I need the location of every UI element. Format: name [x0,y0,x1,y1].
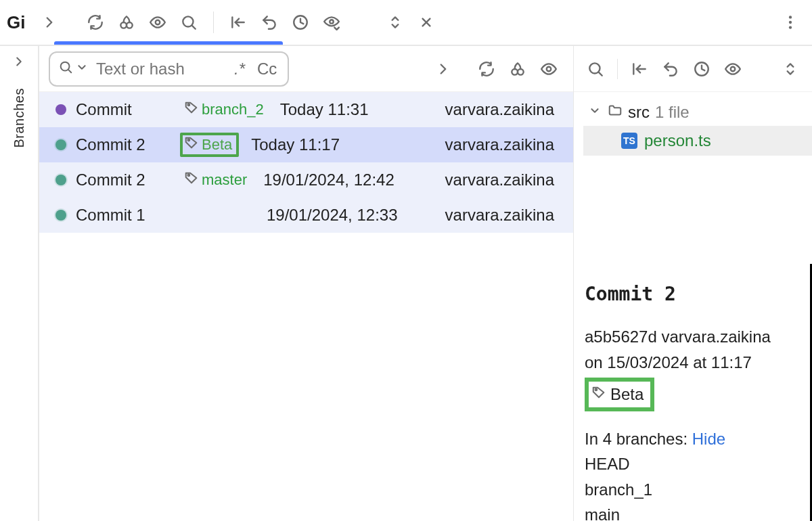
close-icon[interactable] [411,7,441,37]
checkout-icon[interactable] [223,7,253,37]
commit-author: varvara.zaikina [445,171,554,189]
file-count: 1 file [655,103,690,122]
top-toolbar: Gi [0,0,812,46]
search-icon[interactable] [581,54,610,84]
svg-point-20 [188,139,190,141]
commit-author: varvara.zaikina [445,206,554,225]
eye-icon[interactable] [718,54,748,84]
tag-icon [184,171,199,189]
cherry-pick-icon[interactable] [112,7,141,37]
search-input-container[interactable]: .* Cc [49,51,289,87]
commit-detail: Commit 2 a5b5627d varvara.zaikina on 15/… [574,264,812,521]
svg-point-0 [121,22,127,28]
commit-date: on 15/03/2024 at 11:17 [585,350,799,376]
toolbar-separator [617,59,618,79]
match-case-toggle[interactable]: Cc [254,60,279,78]
svg-point-19 [188,104,190,106]
graph-dot [55,104,66,115]
commit-date: 19/01/2024, 12:42 [263,171,394,189]
folder-row[interactable]: src 1 file [583,99,812,126]
svg-point-13 [789,26,792,28]
commit-row[interactable]: Commit 119/01/2024, 12:33varvara.zaikina [39,198,573,233]
refresh-icon[interactable] [472,54,501,84]
commit-date: Today 11:31 [280,100,369,119]
svg-line-23 [599,72,602,75]
cherry-pick-icon[interactable] [503,54,533,84]
branches-list: HEADbranch_1mainbranch_2 [585,451,799,521]
folder-icon [608,103,623,122]
svg-point-8 [330,20,334,23]
ts-file-icon: TS [621,133,637,149]
commit-tag[interactable]: Beta [585,378,654,411]
commit-log-panel: .* Cc Commitbranch_2Today 11:31varvara.z… [39,46,574,521]
branch-tag-chip[interactable]: branch_2 [180,100,268,119]
svg-point-1 [127,22,133,28]
undo-icon[interactable] [254,7,284,37]
eye-icon[interactable] [534,54,564,84]
svg-point-28 [595,388,597,390]
search-icon[interactable] [174,7,204,37]
tag-icon [184,135,199,154]
chevron-right-icon[interactable] [12,54,26,73]
commit-title: Commit 2 [585,283,799,305]
file-row[interactable]: TS person.ts [583,126,812,156]
expand-collapse-icon[interactable] [775,54,805,84]
branch-tag-chip[interactable]: master [180,171,251,189]
eye-dropdown-icon[interactable] [317,7,346,37]
chevron-right-icon[interactable] [428,54,458,84]
commit-row[interactable]: Commitbranch_2Today 11:31varvara.zaikina [39,92,573,127]
regex-toggle[interactable]: .* [231,60,248,78]
commit-author: varvara.zaikina [445,100,554,119]
svg-point-21 [188,175,190,177]
file-name: person.ts [644,131,711,150]
kebab-menu-icon[interactable] [775,7,805,37]
svg-point-12 [789,21,792,24]
svg-line-15 [68,70,71,72]
tag-icon [591,382,606,407]
branch-tag-chip[interactable]: Beta [180,133,239,157]
commit-list: Commitbranch_2Today 11:31varvara.zaikina… [39,92,573,233]
branch-item: main [585,502,799,521]
commit-message: Commit [76,100,171,119]
branches-sidebar[interactable]: Branches [0,46,39,521]
branches-tab-label[interactable]: Branches [12,88,27,148]
commit-date: 19/01/2024, 12:33 [267,206,398,225]
commit-row[interactable]: Commit 2BetaToday 11:17varvara.zaikina [39,127,573,162]
folder-name: src [628,103,650,122]
refresh-icon[interactable] [81,7,110,37]
commit-message: Commit 2 [76,171,171,189]
undo-icon[interactable] [656,54,685,84]
svg-point-2 [156,20,160,25]
search-icon [58,60,73,78]
clock-icon[interactable] [286,7,315,37]
commit-message: Commit 2 [76,135,171,154]
graph-dot [55,210,66,221]
chevron-down-icon[interactable] [587,103,602,122]
svg-point-16 [512,69,518,75]
chevron-right-icon[interactable] [35,7,64,37]
svg-point-17 [518,69,524,75]
svg-point-11 [789,16,792,18]
tag-icon [184,100,199,119]
clock-icon[interactable] [687,54,717,84]
checkout-icon[interactable] [625,54,654,84]
eye-icon[interactable] [143,7,173,37]
commit-row[interactable]: Commit 2master19/01/2024, 12:42varvara.z… [39,162,573,198]
graph-dot [55,139,66,150]
branch-item: branch_1 [585,477,799,502]
log-toolbar: .* Cc [39,46,573,92]
svg-line-4 [192,26,196,29]
search-dropdown-icon[interactable] [74,60,89,78]
in-branches-block: In 4 branches: Hide HEADbranch_1mainbran… [585,426,799,521]
expand-collapse-icon[interactable] [380,7,410,37]
svg-point-27 [731,66,736,71]
commit-author: varvara.zaikina [445,135,554,154]
commit-date: Today 11:17 [251,135,340,154]
commit-message: Commit 1 [76,206,171,225]
hide-branches-link[interactable]: Hide [692,430,725,448]
search-input[interactable] [96,60,225,78]
svg-point-18 [547,66,551,71]
toolbar-separator [213,12,214,33]
commit-hash-author: a5b5627d varvara.zaikina [585,324,799,350]
changed-files-tree: src 1 file TS person.ts [574,92,812,156]
